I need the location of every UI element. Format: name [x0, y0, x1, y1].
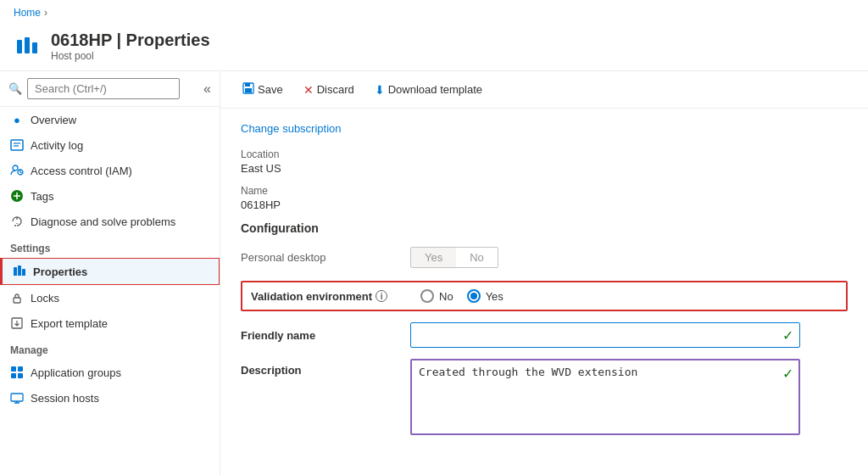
validation-no-option[interactable]: No [420, 289, 453, 303]
personal-desktop-toggle[interactable]: Yes No [410, 247, 498, 268]
locks-icon [10, 291, 24, 305]
svg-rect-17 [18, 373, 23, 378]
personal-desktop-row: Personal desktop Yes No [241, 243, 848, 271]
friendly-name-control: ✓ [410, 322, 848, 348]
description-textarea[interactable] [410, 359, 800, 435]
content-area: Save ✕ Discard ⬇ Download template Chang… [220, 71, 868, 475]
description-control: ✓ [410, 359, 848, 435]
svg-rect-11 [22, 269, 25, 276]
breadcrumb-home[interactable]: Home [14, 7, 41, 19]
validation-info-icon[interactable]: i [376, 290, 387, 302]
sidebar-item-label-diagnose: Diagnose and solve problems [31, 215, 175, 228]
discard-label: Discard [317, 83, 354, 96]
svg-rect-12 [14, 298, 20, 303]
sidebar-item-session-hosts[interactable]: Session hosts [0, 385, 220, 411]
sidebar-item-locks[interactable]: Locks [0, 285, 220, 310]
personal-desktop-no[interactable]: No [456, 248, 498, 267]
location-field: Location East US [241, 148, 848, 175]
sidebar-item-label-overview: Overview [31, 114, 76, 126]
sidebar-item-access-control[interactable]: Access control (IAM) [0, 158, 220, 183]
save-button[interactable]: Save [234, 78, 292, 101]
svg-rect-20 [245, 83, 250, 87]
download-template-button[interactable]: ⬇ Download template [366, 79, 491, 101]
save-icon [242, 82, 254, 97]
search-icon: 🔍 [8, 82, 22, 95]
svg-rect-0 [17, 40, 22, 53]
svg-rect-10 [18, 265, 21, 276]
sidebar-item-properties[interactable]: Properties [0, 258, 220, 285]
breadcrumb: Home › [0, 0, 868, 25]
page-title: 0618HP | Properties [51, 31, 210, 50]
svg-rect-16 [11, 373, 16, 378]
svg-rect-3 [11, 140, 23, 150]
svg-rect-1 [25, 37, 30, 53]
svg-rect-2 [32, 42, 37, 53]
sidebar-item-label-application-groups: Application groups [31, 366, 121, 379]
access-control-icon [10, 164, 24, 177]
validation-env-control: No Yes [420, 289, 837, 303]
validation-env-label: Validation environment i [251, 290, 420, 303]
name-label: Name [241, 185, 848, 197]
sidebar-item-label-locks: Locks [31, 292, 59, 305]
svg-rect-21 [245, 88, 252, 92]
sidebar-item-label-session-hosts: Session hosts [31, 392, 99, 405]
svg-rect-14 [11, 366, 16, 372]
sidebar-item-activity-log[interactable]: Activity log [0, 132, 220, 158]
location-value: East US [241, 162, 848, 175]
manage-section-label: Manage [0, 336, 220, 360]
tags-icon [10, 189, 24, 203]
content-body: Change subscription Location East US Nam… [220, 109, 868, 475]
svg-rect-9 [14, 267, 17, 276]
validation-no-radio[interactable] [420, 289, 434, 303]
toolbar: Save ✕ Discard ⬇ Download template [220, 71, 868, 109]
sidebar-item-label-properties: Properties [33, 265, 87, 278]
sidebar: 🔍 « ● Overview Activity log Access contr… [0, 71, 220, 475]
name-field: Name 0618HP [241, 185, 848, 211]
personal-desktop-label: Personal desktop [241, 251, 410, 264]
discard-button[interactable]: ✕ Discard [295, 79, 363, 101]
validation-environment-row: Validation environment i No Yes [241, 281, 848, 311]
friendly-name-input[interactable] [410, 322, 800, 348]
validation-radio-group: No Yes [420, 289, 504, 303]
application-groups-icon [10, 366, 24, 379]
validation-yes-label: Yes [486, 290, 504, 303]
personal-desktop-control: Yes No [410, 247, 848, 268]
sidebar-item-tags[interactable]: Tags [0, 183, 220, 209]
sidebar-item-export-template[interactable]: Export template [0, 310, 220, 336]
search-input[interactable] [27, 78, 180, 99]
configuration-title: Configuration [241, 221, 848, 235]
validation-no-label: No [439, 290, 453, 303]
friendly-name-label: Friendly name [241, 329, 410, 342]
validation-yes-option[interactable]: Yes [467, 289, 504, 303]
svg-rect-18 [11, 394, 23, 401]
friendly-name-row: Friendly name ✓ [241, 321, 848, 349]
page-subtitle: Host pool [51, 50, 210, 62]
discard-icon: ✕ [303, 83, 314, 97]
page-header-text: 0618HP | Properties Host pool [51, 31, 210, 62]
description-row: Description ✓ [241, 359, 848, 435]
sidebar-item-label-tags: Tags [31, 190, 53, 203]
save-label: Save [258, 83, 283, 96]
description-textarea-wrapper: ✓ [410, 359, 800, 435]
sidebar-item-diagnose[interactable]: Diagnose and solve problems [0, 209, 220, 234]
download-icon: ⬇ [375, 83, 385, 97]
friendly-name-input-wrapper: ✓ [410, 322, 800, 348]
diagnose-icon [10, 215, 24, 228]
export-template-icon [10, 316, 24, 330]
sidebar-search-container: 🔍 « [0, 71, 220, 107]
sidebar-item-overview[interactable]: ● Overview [0, 107, 220, 132]
svg-rect-15 [18, 366, 23, 372]
change-subscription-link[interactable]: Change subscription [241, 122, 848, 135]
validation-yes-radio[interactable] [467, 289, 481, 303]
host-pool-icon [14, 33, 41, 60]
sidebar-item-label-export-template: Export template [31, 317, 108, 330]
overview-icon: ● [10, 113, 24, 126]
download-template-label: Download template [388, 83, 482, 96]
settings-section-label: Settings [0, 234, 220, 258]
collapse-icon[interactable]: « [203, 81, 211, 97]
friendly-name-check-icon: ✓ [782, 327, 793, 344]
description-label: Description [241, 359, 410, 377]
personal-desktop-yes[interactable]: Yes [411, 248, 456, 267]
name-value: 0618HP [241, 198, 848, 211]
sidebar-item-application-groups[interactable]: Application groups [0, 360, 220, 385]
